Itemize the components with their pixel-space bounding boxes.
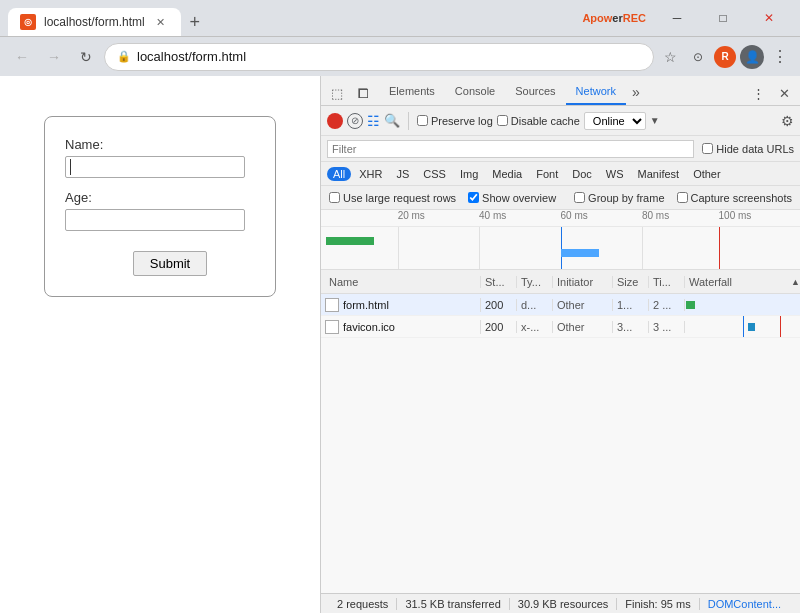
group-by-frame-label: Group by frame [588,192,664,204]
close-button[interactable]: ✕ [746,0,792,36]
profile-icon[interactable]: 👤 [740,45,764,69]
row-initiator-favicon: Other [553,321,613,333]
address-text: localhost/form.html [137,49,641,64]
back-button[interactable]: ← [8,43,36,71]
col-header-time[interactable]: Ti... [649,276,685,288]
group-by-frame-option[interactable]: Group by frame [574,192,664,204]
more-tabs-button[interactable]: » [626,79,646,105]
tab-console[interactable]: Console [445,79,505,105]
type-css[interactable]: CSS [417,167,452,181]
large-rows-label: Use large request rows [343,192,456,204]
inspect-element-button[interactable]: ⬚ [325,81,349,105]
address-bar: ← → ↻ 🔒 localhost/form.html ☆ ⊙ R 👤 ⋮ [0,36,800,76]
page-content: Name: Age: Submit [0,76,320,613]
capture-screenshots-input[interactable] [677,192,688,203]
star-icon[interactable]: ☆ [658,45,682,69]
record-button[interactable] [327,113,343,129]
devtools-close-button[interactable]: ✕ [772,81,796,105]
tab-elements[interactable]: Elements [379,79,445,105]
table-row[interactable]: form.html 200 d... Other 1... 2 ... [321,294,800,316]
text-cursor [70,159,71,175]
table-header: Name St... Ty... Initiator Size Ti... [321,270,800,294]
type-xhr[interactable]: XHR [353,167,388,181]
type-font[interactable]: Font [530,167,564,181]
col-header-status[interactable]: St... [481,276,517,288]
tab-close-button[interactable]: ✕ [153,14,169,30]
type-media[interactable]: Media [486,167,528,181]
address-input[interactable]: 🔒 localhost/form.html [104,43,654,71]
show-overview-option[interactable]: Show overview [468,192,556,204]
show-overview-input[interactable] [468,192,479,203]
row-type-favicon: x-... [517,321,553,333]
maximize-button[interactable]: □ [700,0,746,36]
type-ws[interactable]: WS [600,167,630,181]
domcontent-time: DOMContent... [700,598,789,610]
type-doc[interactable]: Doc [566,167,598,181]
type-all[interactable]: All [327,167,351,181]
waterfall-bar-form [686,301,695,309]
type-filter-bar: All XHR JS CSS Img Media Font Doc WS Man… [321,162,800,186]
device-toolbar-button[interactable]: ⧠ [351,81,375,105]
type-other[interactable]: Other [687,167,727,181]
throttle-select[interactable]: Online [584,112,646,130]
table-row[interactable]: favicon.ico 200 x-... Other 3... 3 ... [321,316,800,338]
name-input[interactable] [65,156,245,178]
load-line [719,227,720,270]
type-manifest[interactable]: Manifest [632,167,686,181]
preserve-log-input[interactable] [417,115,428,126]
search-icon[interactable]: 🔍 [384,113,400,128]
network-settings-icon[interactable]: ⚙ [781,113,794,129]
disable-cache-checkbox[interactable]: Disable cache [497,115,580,127]
menu-button[interactable]: ⋮ [768,43,792,70]
refresh-button[interactable]: ↻ [72,43,100,71]
col-header-size[interactable]: Size [613,276,649,288]
type-img[interactable]: Img [454,167,484,181]
options-right: Group by frame Capture screenshots [574,192,792,204]
forward-button[interactable]: → [40,43,68,71]
row-name-favicon: favicon.ico [321,320,481,334]
filter-bar: Hide data URLs [321,136,800,162]
devtools-settings-button[interactable]: ⋮ [746,81,770,105]
col-header-waterfall[interactable]: Waterfall ▲ [685,276,800,288]
options-left: Use large request rows Show overview [329,192,558,204]
group-by-frame-input[interactable] [574,192,585,203]
age-field-group: Age: [65,190,245,231]
type-js[interactable]: JS [390,167,415,181]
new-tab-button[interactable]: + [181,8,209,36]
capture-screenshots-option[interactable]: Capture screenshots [677,192,793,204]
capture-screenshots-label: Capture screenshots [691,192,793,204]
col-header-initiator[interactable]: Initiator [553,276,613,288]
row-size-form: 1... [613,299,649,311]
file-icon [325,298,339,312]
minimize-button[interactable]: ─ [654,0,700,36]
col-header-name[interactable]: Name [321,276,481,288]
extension-icon[interactable]: R [714,46,736,68]
timeline-label-60ms: 60 ms [561,210,588,221]
user-media-icon[interactable]: ⊙ [686,45,710,69]
tab-network[interactable]: Network [566,79,626,105]
tab-sources[interactable]: Sources [505,79,565,105]
clear-button[interactable]: ⊘ [347,113,363,129]
timeline-overview: 20 ms 40 ms 60 ms 80 ms 100 ms [321,210,800,270]
throttle-arrow-icon: ▼ [650,115,660,126]
filter-icon[interactable]: ☷ [367,113,380,129]
waterfall-vline-blue [743,316,744,337]
preserve-log-checkbox[interactable]: Preserve log [417,115,493,127]
timeline-label-100ms: 100 ms [719,210,752,221]
col-header-type[interactable]: Ty... [517,276,553,288]
filter-input[interactable] [327,140,694,158]
hide-urls-label: Hide data URLs [716,143,794,155]
large-rows-option[interactable]: Use large request rows [329,192,456,204]
row-time-form: 2 ... [649,299,685,311]
submit-button[interactable]: Submit [133,251,207,276]
large-rows-input[interactable] [329,192,340,203]
resources-size: 30.9 KB resources [510,598,618,610]
row-status-form: 200 [481,299,517,311]
browser-tab[interactable]: ◎ localhost/form.html ✕ [8,8,181,36]
age-input[interactable] [65,209,245,231]
devtools-panel: ⬚ ⧠ Elements Console Sources Network » ⋮… [320,76,800,613]
hide-urls-checkbox[interactable]: Hide data URLs [702,143,794,155]
hide-urls-input[interactable] [702,143,713,154]
row-waterfall-form [685,294,800,315]
disable-cache-input[interactable] [497,115,508,126]
